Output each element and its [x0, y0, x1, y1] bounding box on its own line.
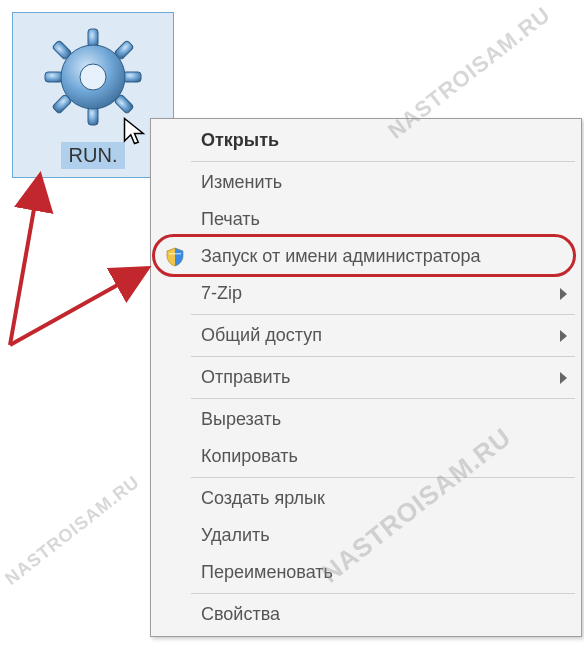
menu-item[interactable]: Свойства: [153, 596, 579, 633]
desktop-file-label: RUN.: [61, 142, 126, 169]
menu-item[interactable]: 7-Zip: [153, 275, 579, 312]
menu-separator: [191, 477, 575, 478]
menu-item[interactable]: Копировать: [153, 438, 579, 475]
chevron-right-icon: [560, 372, 567, 384]
shield-icon: [165, 247, 185, 267]
menu-item-label: Общий доступ: [201, 325, 322, 345]
menu-item[interactable]: Вырезать: [153, 401, 579, 438]
menu-item[interactable]: Печать: [153, 201, 579, 238]
chevron-right-icon: [560, 330, 567, 342]
menu-item-label: 7-Zip: [201, 283, 242, 303]
menu-item[interactable]: Создать ярлык: [153, 480, 579, 517]
menu-item[interactable]: Переименовать: [153, 554, 579, 591]
menu-item[interactable]: Открыть: [153, 122, 579, 159]
menu-item-label: Копировать: [201, 446, 298, 466]
menu-item-label: Печать: [201, 209, 260, 229]
menu-separator: [191, 593, 575, 594]
menu-separator: [191, 356, 575, 357]
svg-rect-10: [169, 253, 181, 254]
menu-separator: [191, 314, 575, 315]
menu-separator: [191, 161, 575, 162]
context-menu: ОткрытьИзменитьПечатьЗапуск от имени адм…: [150, 118, 582, 637]
menu-item[interactable]: Отправить: [153, 359, 579, 396]
menu-item-label: Запуск от имени администратора: [201, 246, 480, 266]
menu-item[interactable]: Общий доступ: [153, 317, 579, 354]
menu-item[interactable]: Запуск от имени администратора: [153, 238, 579, 275]
menu-item-label: Отправить: [201, 367, 290, 387]
menu-item-label: Удалить: [201, 525, 270, 545]
menu-item-label: Открыть: [201, 130, 279, 150]
menu-item-label: Изменить: [201, 172, 282, 192]
menu-item[interactable]: Удалить: [153, 517, 579, 554]
menu-item-label: Создать ярлык: [201, 488, 325, 508]
menu-item[interactable]: Изменить: [153, 164, 579, 201]
menu-item-label: Свойства: [201, 604, 280, 624]
svg-rect-1: [88, 107, 98, 125]
menu-separator: [191, 398, 575, 399]
svg-rect-0: [88, 29, 98, 47]
svg-rect-3: [123, 72, 141, 82]
menu-item-label: Вырезать: [201, 409, 281, 429]
svg-line-11: [10, 175, 40, 345]
svg-line-12: [10, 268, 148, 345]
menu-item-label: Переименовать: [201, 562, 333, 582]
watermark-text: NASTROISAM.RU: [1, 471, 144, 589]
gear-settings-icon: [43, 27, 143, 127]
chevron-right-icon: [560, 288, 567, 300]
svg-rect-2: [45, 72, 63, 82]
svg-point-9: [80, 64, 106, 90]
